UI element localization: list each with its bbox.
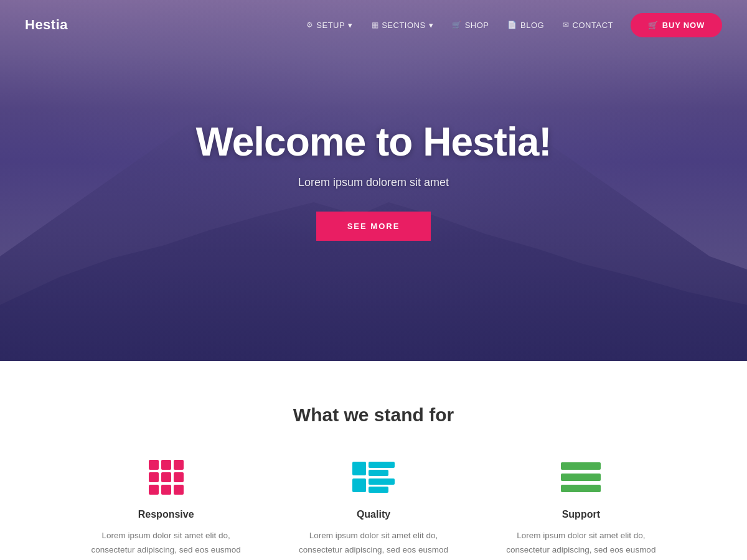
nav-link-contact[interactable]: ✉ CONTACT [555, 16, 621, 35]
table-row2-sq [352, 478, 366, 492]
nav-link-sections[interactable]: ▦ SECTIONS ▾ [364, 16, 441, 35]
nav-label-shop: SHOP [465, 21, 489, 30]
nav-item-buy[interactable]: 🛒 BUY NOW [624, 13, 722, 37]
line-1 [561, 462, 601, 470]
grid-cell-7 [149, 485, 159, 495]
table-header-sq [352, 462, 366, 475]
table-row2-line2 [369, 487, 388, 493]
chevron-down-icon: ▾ [348, 21, 353, 30]
feature-quality: Quality Lorem ipsum dolor sit amet elit … [270, 460, 477, 560]
nav-label-blog: BLOG [520, 21, 544, 30]
brand-logo[interactable]: Hestia [25, 17, 68, 33]
hero-section: Welcome to Hestia! Lorem ipsum dolorem s… [0, 0, 747, 361]
hero-subtitle: Lorem ipsum dolorem sit amet [298, 176, 449, 189]
blog-icon: 📄 [507, 21, 517, 29]
shop-icon: 🛒 [452, 21, 462, 29]
table-header-line2 [369, 470, 388, 476]
see-more-button[interactable]: SEE MORE [316, 212, 431, 241]
grid-cell-2 [161, 460, 171, 470]
sections-icon: ▦ [372, 21, 379, 29]
nav-label-sections: SECTIONS [382, 21, 425, 30]
grid-cell-1 [149, 460, 159, 470]
line-2 [561, 474, 601, 481]
hero-title: Welcome to Hestia! [195, 120, 551, 164]
feature-quality-name: Quality [357, 509, 390, 520]
table-icon [352, 462, 395, 493]
responsive-icon [141, 460, 191, 494]
buy-now-label: BUY NOW [662, 21, 705, 30]
grid-cell-6 [174, 472, 184, 482]
feature-responsive-desc: Lorem ipsum dolor sit amet elit do, cons… [87, 529, 245, 560]
feature-support-name: Support [562, 509, 600, 520]
line-3 [561, 485, 601, 492]
nav-link-blog[interactable]: 📄 BLOG [500, 16, 552, 35]
grid-cell-4 [149, 472, 159, 482]
nav-item-shop[interactable]: 🛒 SHOP [444, 16, 496, 35]
nav-menu: ⚙ SETUP ▾ ▦ SECTIONS ▾ 🛒 SHOP 📄 BLOG [299, 13, 722, 37]
feature-support-desc: Lorem ipsum dolor sit amet elit do, cons… [502, 529, 660, 560]
grid-cell-3 [174, 460, 184, 470]
grid-cell-5 [161, 472, 171, 482]
chevron-down-icon-sections: ▾ [429, 21, 434, 30]
lines-icon [561, 462, 601, 492]
nav-item-sections[interactable]: ▦ SECTIONS ▾ [364, 16, 441, 35]
support-icon [556, 460, 606, 494]
table-row2 [352, 478, 395, 493]
hero-content: Welcome to Hestia! Lorem ipsum dolorem s… [195, 120, 551, 241]
features-title: What we stand for [25, 404, 722, 426]
grid-cell-9 [174, 485, 184, 495]
features-grid: Responsive Lorem ipsum dolor sit amet el… [62, 460, 685, 560]
table-header-line [369, 462, 395, 468]
nav-item-blog[interactable]: 📄 BLOG [500, 16, 552, 35]
nav-label-setup: SETUP [316, 21, 345, 30]
grid-cell-8 [161, 485, 171, 495]
setup-icon: ⚙ [306, 21, 314, 29]
quality-icon [349, 460, 398, 494]
contact-icon: ✉ [563, 21, 570, 29]
cart-icon: 🛒 [648, 21, 659, 30]
nav-link-shop[interactable]: 🛒 SHOP [444, 16, 496, 35]
feature-support: Support Lorem ipsum dolor sit amet elit … [477, 460, 685, 560]
table-header [352, 462, 395, 476]
table-row2-line [369, 478, 395, 485]
navbar: Hestia ⚙ SETUP ▾ ▦ SECTIONS ▾ 🛒 SHOP 📄 [0, 0, 747, 50]
features-section: What we stand for Responsive Lorem ipsum… [0, 361, 747, 560]
nav-link-setup[interactable]: ⚙ SETUP ▾ [299, 16, 360, 35]
nav-item-contact[interactable]: ✉ CONTACT [555, 16, 621, 35]
feature-responsive: Responsive Lorem ipsum dolor sit amet el… [62, 460, 270, 560]
nav-label-contact: CONTACT [573, 21, 613, 30]
feature-responsive-name: Responsive [138, 509, 194, 520]
feature-quality-desc: Lorem ipsum dolor sit amet elit do, cons… [294, 529, 452, 560]
grid-icon [149, 460, 184, 495]
buy-now-button[interactable]: 🛒 BUY NOW [631, 13, 722, 37]
nav-item-setup[interactable]: ⚙ SETUP ▾ [299, 16, 360, 35]
